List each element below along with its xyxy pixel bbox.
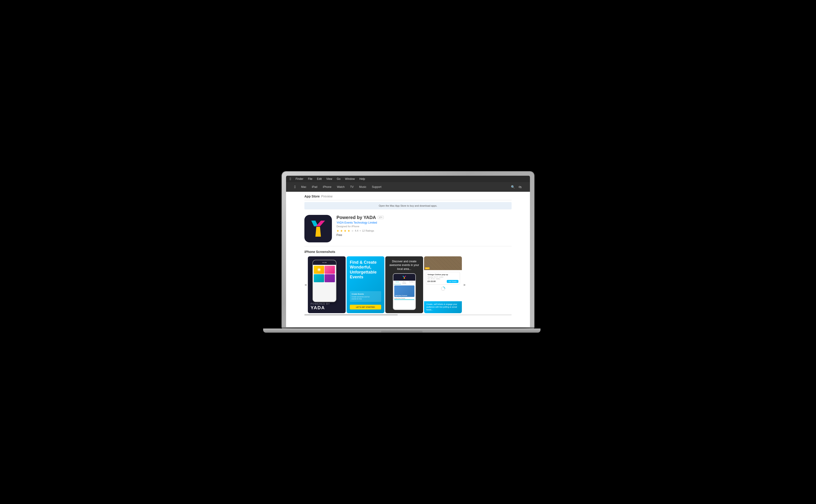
banner-text: Open the Mac App Store to buy and downlo… xyxy=(379,204,437,207)
star-4: ★ xyxy=(347,229,350,233)
app-developer[interactable]: YADA Events Technology Limited xyxy=(336,221,512,224)
tile-3 xyxy=(314,274,324,282)
search-icon[interactable]: 🔍 xyxy=(511,185,515,189)
menu-finder[interactable]: Finder xyxy=(295,177,303,181)
star-2: ★ xyxy=(340,229,343,233)
ss4-card-row-2: Sun, 28 Oct · Gallery xyxy=(428,278,459,279)
screenshots-horiz: 9:41 AM xyxy=(308,256,462,313)
rating-count: 12 Ratings xyxy=(362,229,374,232)
phone-content-1 xyxy=(313,265,336,302)
star-3: ★ xyxy=(344,229,346,233)
ss3-tab-nearby: Nearby xyxy=(394,281,401,284)
app-info-section: Powered by YADA 17+ YADA Events Technolo… xyxy=(304,211,512,246)
nav-item-watch[interactable]: Watch xyxy=(337,185,345,189)
laptop-screen-inner:  Finder File Edit View Go Window Help … xyxy=(286,176,530,327)
app-icon-wrapper xyxy=(304,215,332,242)
ss2-card-title: Create Events xyxy=(351,293,379,295)
nav-item-music[interactable]: Music xyxy=(359,185,366,189)
ss3-tab-trending: Trending xyxy=(408,281,415,284)
ss4-loader-svg xyxy=(440,286,446,291)
screenshots-title: iPhone Screenshots xyxy=(304,250,512,254)
phone-tiles-2 xyxy=(314,274,335,282)
svg-marker-5 xyxy=(402,276,404,277)
menu-edit[interactable]: Edit xyxy=(317,177,322,181)
menu-window[interactable]: Window xyxy=(345,177,355,181)
ss4-bottom: Create, sell tickets & engage your audie… xyxy=(424,301,462,313)
ss4-ticket-card: Vintage Clothes pop-up Saturday, Oct 14 … xyxy=(426,272,460,285)
ss4-bottom-text: Create, sell tickets & engage your audie… xyxy=(426,303,460,311)
scrollbar-thumb xyxy=(304,315,398,315)
menu-bar:  Finder File Edit View Go Window Help xyxy=(286,176,530,182)
ss4-get-tickets-btn[interactable]: Get Tickets xyxy=(447,280,459,283)
screenshot-3: Discover and create awesome events in yo… xyxy=(385,256,423,313)
nav-item-mac[interactable]: Mac xyxy=(301,185,306,189)
laptop-screen-bezel:  Finder File Edit View Go Window Help … xyxy=(282,172,534,327)
ss3-tab-popular: Most Popular xyxy=(401,281,408,284)
nav-item-ipad[interactable]: iPad xyxy=(312,185,317,189)
screenshot-2: Find & Create Wonderful, Unforgettable E… xyxy=(346,256,384,313)
ss2-card-body: Create wonderful and funevents for free xyxy=(351,296,379,300)
ss3-event-sub: Coldest Beer Festival xyxy=(394,298,415,299)
ss2-card: Create Events Create wonderful and funev… xyxy=(350,291,381,302)
svg-marker-2 xyxy=(315,227,321,237)
app-price: Free xyxy=(336,233,512,237)
ss2-title: Find & Create Wonderful, Unforgettable E… xyxy=(350,260,381,280)
rating-text: 4.4 • 12 Ratings xyxy=(355,229,374,232)
ss4-card-title: Vintage Clothes pop-up xyxy=(428,274,459,276)
nav-left:  Mac iPad iPhone Watch TV Music Support xyxy=(294,185,381,189)
laptop-hinge xyxy=(282,327,534,329)
app-stars-row: ★ ★ ★ ★ ★ 4.4 • 12 Ratings xyxy=(336,229,512,233)
laptop-base-notch xyxy=(381,331,423,333)
ss3-phone: Nearby Most Popular Trending Light Beer … xyxy=(393,273,416,310)
laptop-wrapper:  Finder File Edit View Go Window Help … xyxy=(282,172,534,333)
screenshots-section: iPhone Screenshots ◀ xyxy=(304,246,512,320)
ss3-title: Discover and create awesome events in yo… xyxy=(387,260,421,271)
appstore-sub: Preview xyxy=(321,194,332,198)
ss3-phone-screen: Nearby Most Popular Trending Light Beer … xyxy=(393,274,415,310)
ss2-bottom: Create Events Create wonderful and funev… xyxy=(350,291,381,309)
tile-icon-1 xyxy=(317,267,321,272)
screenshot-1: 9:41 AM xyxy=(308,256,346,313)
scrollbar-track xyxy=(304,315,512,315)
yada-brand-text: YADA xyxy=(310,305,330,310)
app-details: Powered by YADA 17+ YADA Events Technolo… xyxy=(336,215,512,242)
menu-view[interactable]: View xyxy=(326,177,332,181)
nav-item-tv[interactable]: TV xyxy=(350,185,353,189)
ss2-button[interactable]: LET'S GET STARTED! xyxy=(350,305,381,310)
menu-go[interactable]: Go xyxy=(337,177,340,181)
screenshots-scrollbar[interactable] xyxy=(304,313,512,317)
ss4-loader xyxy=(426,286,460,291)
laptop-base xyxy=(263,329,541,333)
rating-value: 4.4 xyxy=(355,229,358,232)
app-title-row: Powered by YADA 17+ xyxy=(336,215,512,220)
ss4-card-area: Vintage Clothes pop-up Saturday, Oct 14 … xyxy=(424,270,462,301)
powered-by-text: POWERED BY xyxy=(310,302,330,305)
star-1: ★ xyxy=(336,229,339,233)
nav-right: 🔍 🛍 xyxy=(511,185,522,189)
appstore-header: App Store Preview xyxy=(304,192,512,200)
scroll-right-button[interactable]: ▶ xyxy=(464,283,466,286)
svg-marker-7 xyxy=(403,277,405,279)
mac-appstore-banner: Open the Mac App Store to buy and downlo… xyxy=(304,202,512,209)
ss3-phone-content: Light Beer Festival Coldest Beer Festiva… xyxy=(393,285,415,310)
ss4-price: £0-15.00 xyxy=(428,280,436,282)
svg-marker-1 xyxy=(316,221,325,226)
nav-inner:  Mac iPad iPhone Watch TV Music Support… xyxy=(291,185,525,189)
event-image: Light Beer Festival xyxy=(394,285,415,297)
bag-icon[interactable]: 🛍 xyxy=(519,185,522,189)
app-designed-for: Designed for iPhone xyxy=(336,225,512,228)
nav-item-support[interactable]: Support xyxy=(372,185,381,189)
tile-1 xyxy=(314,266,324,274)
scroll-left-button[interactable]: ◀ xyxy=(304,283,306,286)
phone-status-bar-1: 9:41 AM xyxy=(313,260,336,265)
ss4-price-row: £0-15.00 Get Tickets xyxy=(428,280,459,283)
apple-logo-nav[interactable]:  xyxy=(294,185,296,189)
nav-item-iphone[interactable]: iPhone xyxy=(323,185,331,189)
star-half: ★ xyxy=(351,229,354,233)
menu-help[interactable]: Help xyxy=(359,177,365,181)
menu-file[interactable]: File xyxy=(308,177,312,181)
apple-menu-icon[interactable]:  xyxy=(290,177,291,181)
app-icon-svg xyxy=(309,219,327,238)
screenshot-4: NEW Vintage Clothes pop-up Saturday, Oct… xyxy=(424,256,462,313)
svg-marker-6 xyxy=(404,276,406,277)
